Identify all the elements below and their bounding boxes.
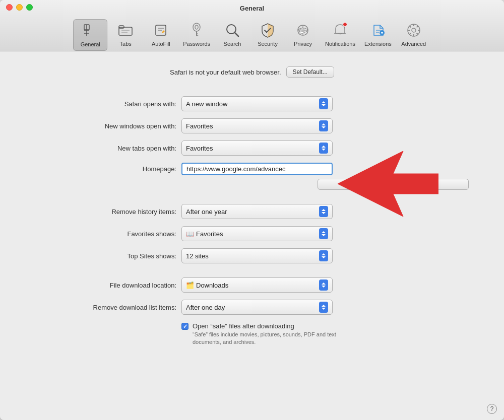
svg-line-36 [416,26,418,28]
top-sites-row: Top Sites shows: 12 sites [45,245,459,267]
toolbar-item-tabs[interactable]: Tabs [108,19,143,51]
close-button[interactable] [6,4,13,11]
toolbar-item-search[interactable]: Search [215,19,249,51]
minimize-button[interactable] [16,4,23,11]
file-download-arrow [319,279,328,291]
file-download-value: 🗂️Downloads [186,282,315,289]
file-download-select[interactable]: 🗂️Downloads [181,277,333,293]
svg-point-29 [412,28,416,32]
set-current-page-row: Set to Current Page [45,179,459,193]
file-download-label: File download location: [45,282,176,289]
new-windows-value: Favorites [186,122,315,130]
book-icon: 📖 [186,230,194,238]
new-tabs-row: New tabs open with: Favorites [45,137,459,159]
favorites-shows-arrow [319,228,328,239]
toolbar-item-privacy[interactable]: Privacy [286,19,320,51]
toolbar-item-extensions[interactable]: Extensions [360,19,396,51]
security-label: Security [258,41,278,47]
toolbar-item-security[interactable]: Security [250,19,285,51]
safari-opens-value: A new window [186,100,315,108]
open-safe-files-row: ✓ Open “safe” files after downloading “S… [181,318,459,351]
advanced-label: Advanced [401,41,426,47]
safari-opens-arrow [319,98,328,109]
security-icon [259,21,277,39]
privacy-label: Privacy [294,41,312,47]
search-label: Search [224,41,241,47]
svg-point-11 [193,23,200,31]
help-button[interactable]: ? [487,404,497,414]
general-label: General [81,41,100,47]
open-safe-files-label: Open “safe” files after downloading [193,322,364,330]
homepage-input[interactable]: https://www.google.com/advancec [181,163,333,175]
extensions-label: Extensions [364,41,392,47]
svg-line-34 [409,26,411,28]
set-current-page-button[interactable]: Set to Current Page [318,179,469,190]
autofill-label: AutoFill [152,41,170,47]
extensions-icon [369,21,387,39]
set-default-button[interactable]: Set Default... [286,66,334,78]
new-windows-arrow [319,120,328,131]
autofill-icon [152,21,170,39]
remove-history-label: Remove history items: [45,208,176,216]
favorites-shows-row: Favorites shows: 📖Favorites [45,223,459,245]
new-windows-label: New windows open with: [45,122,176,130]
new-windows-row: New windows open with: Favorites [45,115,459,137]
maximize-button[interactable] [26,4,33,11]
toolbar-item-autofill[interactable]: AutoFill [144,19,178,51]
remove-history-value: After one year [186,208,315,216]
toolbar-item-general[interactable]: General [73,19,107,51]
svg-line-37 [409,33,411,35]
homepage-label: Homepage: [45,165,176,173]
toolbar-item-passwords[interactable]: Passwords [179,19,214,51]
remove-history-arrow [319,206,328,217]
settings-grid: Safari opens with: A new window New wind… [45,93,459,351]
safari-opens-row: Safari opens with: A new window [45,93,459,115]
svg-line-35 [416,33,418,35]
notifications-label: Notifications [325,41,355,47]
favorites-shows-label: Favorites shows: [45,230,176,238]
toolbar-item-advanced[interactable]: Advanced [397,19,431,51]
remove-download-select[interactable]: After one day [181,300,333,315]
default-browser-message: Safari is not your default web browser. [170,68,281,76]
general-icon [81,22,99,40]
safari-opens-label: Safari opens with: [45,100,176,108]
svg-point-12 [195,25,198,29]
top-sites-value: 12 sites [186,252,315,260]
file-download-row: File download location: 🗂️Downloads [45,274,459,296]
notifications-icon [331,21,349,39]
new-tabs-select[interactable]: Favorites [181,141,333,156]
window-title: General [240,5,264,12]
default-browser-section: Safari is not your default web browser. … [15,61,489,83]
homepage-section: Homepage: https://www.google.com/advance… [45,159,459,179]
remove-download-row: Remove download list items: After one da… [45,296,459,318]
new-tabs-label: New tabs open with: [45,145,176,152]
remove-history-row: Remove history items: After one year [45,200,459,223]
safari-opens-select[interactable]: A new window [181,96,333,111]
new-windows-select[interactable]: Favorites [181,118,333,133]
open-safe-files-sublabel: “Safe” files include movies, pictures, s… [193,331,364,346]
tabs-label: Tabs [120,41,132,47]
toolbar: General Tabs [68,16,436,51]
open-safe-files-content: Open “safe” files after downloading “Saf… [193,322,364,346]
favorites-shows-select[interactable]: 📖Favorites [181,226,333,241]
privacy-icon [294,21,312,39]
folder-icon: 🗂️ [186,282,194,289]
tabs-icon [116,21,135,39]
toolbar-item-notifications[interactable]: Notifications [321,19,359,51]
remove-download-arrow [319,302,328,313]
remove-history-select[interactable]: After one year [181,204,333,219]
new-tabs-value: Favorites [186,145,315,152]
passwords-icon [187,21,206,39]
open-safe-files-checkbox[interactable]: ✓ [181,323,188,330]
top-sites-select[interactable]: 12 sites [181,248,333,263]
top-sites-arrow [319,250,328,261]
remove-download-value: After one day [186,304,315,311]
svg-line-17 [235,33,238,36]
remove-download-label: Remove download list items: [45,304,176,311]
passwords-label: Passwords [183,41,210,47]
checkmark-icon: ✓ [183,323,187,330]
advanced-icon [405,21,423,39]
new-tabs-arrow [319,143,328,154]
top-sites-label: Top Sites shows: [45,252,176,260]
settings-content: Safari is not your default web browser. … [0,51,504,420]
